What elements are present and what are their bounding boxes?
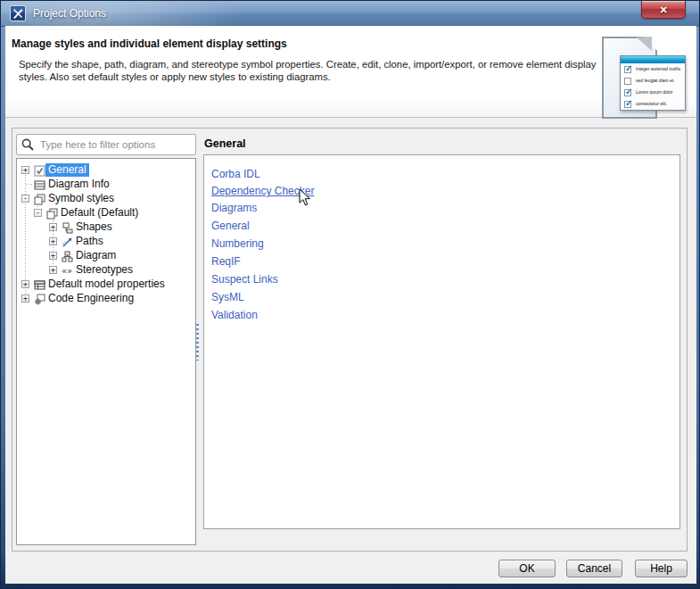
tree-row-general[interactable]: + General xyxy=(17,163,195,178)
titlebar[interactable]: Project Options ✕ xyxy=(1,1,700,27)
unchecked-checkbox-icon xyxy=(624,78,631,85)
expand-icon[interactable]: + xyxy=(49,237,57,245)
checked-checkbox-icon: ✓ xyxy=(624,89,631,96)
tree-item-stereotypes[interactable]: Stereotypes xyxy=(73,263,136,277)
checkbox-icon xyxy=(34,164,45,176)
ok-button[interactable]: OK xyxy=(498,560,556,577)
page-title: General xyxy=(204,137,246,150)
code-engineering-icon xyxy=(34,293,45,304)
header-title: Manage styles and individual element dis… xyxy=(12,37,287,50)
checked-checkbox-icon: ✓ xyxy=(624,66,631,73)
diagram-info-icon xyxy=(34,178,45,190)
header-description: Specify the shape, path, diagram, and st… xyxy=(19,58,597,83)
link-sysml[interactable]: SysML xyxy=(211,291,244,303)
link-diagrams[interactable]: Diagrams xyxy=(211,202,257,214)
checked-checkbox-icon: ✓ xyxy=(624,101,631,108)
tree-item-symbol-styles[interactable]: Symbol styles xyxy=(45,192,117,205)
link-reqif[interactable]: ReqIF xyxy=(211,255,241,268)
tree-row-shapes[interactable]: + Shapes xyxy=(17,220,195,235)
symbol-styles-icon xyxy=(46,207,58,219)
link-validation[interactable]: Validation xyxy=(211,309,258,321)
document-fold xyxy=(636,37,652,51)
cancel-button[interactable]: Cancel xyxy=(566,560,622,577)
tree-row-diagram-info[interactable]: Diagram Info xyxy=(17,178,195,192)
tree-item-diagram[interactable]: Diagram xyxy=(73,249,119,262)
diagram-icon xyxy=(62,250,73,261)
symbol-styles-icon xyxy=(34,193,45,204)
options-link-panel: Corba IDL Dependency Checker Diagrams Ge… xyxy=(203,154,680,529)
checklist-header-bar xyxy=(621,56,685,63)
expand-icon[interactable]: + xyxy=(49,223,57,231)
expand-icon[interactable]: + xyxy=(21,280,29,288)
tree-row-code-engineering[interactable]: + Code Engineering xyxy=(17,292,195,306)
link-suspect-links[interactable]: Suspect Links xyxy=(211,273,278,286)
tree-item-paths[interactable]: Paths xyxy=(73,235,106,248)
tree-item-diagram-info[interactable]: Diagram Info xyxy=(45,178,112,191)
link-general[interactable]: General xyxy=(211,220,250,232)
stereotypes-icon: «» xyxy=(62,264,73,276)
tree-item-shapes[interactable]: Shapes xyxy=(73,220,115,234)
close-button[interactable]: ✕ xyxy=(641,1,686,19)
tree-item-default-default[interactable]: Default (Default) xyxy=(58,206,141,220)
expand-icon[interactable]: + xyxy=(49,252,57,260)
collapse-icon[interactable]: - xyxy=(21,195,29,203)
tree-item-code-engineering[interactable]: Code Engineering xyxy=(45,292,136,305)
paths-icon xyxy=(62,236,73,247)
project-options-dialog: Project Options ✕ Manage styles and indi… xyxy=(0,0,700,589)
app-icon xyxy=(10,5,26,21)
filter-input[interactable] xyxy=(16,134,196,155)
options-tree[interactable]: + General Diagram Info - Symbol styles - xyxy=(16,158,196,545)
collapse-icon[interactable]: - xyxy=(34,209,42,217)
checklist-illustration: ✓ Integer euismod mollis sed feugiat dia… xyxy=(620,55,686,111)
expand-icon[interactable]: + xyxy=(21,294,29,303)
tree-item-general[interactable]: General xyxy=(45,163,89,177)
expand-icon[interactable]: + xyxy=(21,166,29,174)
tree-item-default-model-properties[interactable]: Default model properties xyxy=(45,278,168,291)
close-icon: ✕ xyxy=(659,4,667,16)
expand-icon[interactable]: + xyxy=(49,266,57,274)
tree-row-default-model-properties[interactable]: + Default model properties xyxy=(17,278,195,292)
tree-row-symbol-styles[interactable]: - Symbol styles xyxy=(17,192,195,206)
tree-row-diagram[interactable]: + Diagram xyxy=(17,249,195,263)
expand-icon xyxy=(21,180,29,188)
tree-row-paths[interactable]: + Paths xyxy=(17,235,195,249)
panel-splitter-handle[interactable] xyxy=(196,324,199,361)
help-button[interactable]: Help xyxy=(635,560,688,577)
properties-table-icon xyxy=(34,278,45,290)
tree-row-stereotypes[interactable]: + «» Stereotypes xyxy=(17,263,195,278)
window-title: Project Options xyxy=(33,7,106,20)
link-numbering[interactable]: Numbering xyxy=(211,237,264,250)
tree-row-default-default[interactable]: - Default (Default) xyxy=(17,206,195,220)
shapes-icon xyxy=(62,221,73,233)
link-dependency-checker[interactable]: Dependency Checker xyxy=(211,185,314,197)
svg-text:«»: «» xyxy=(62,266,72,276)
link-corba-idl[interactable]: Corba IDL xyxy=(211,168,260,180)
